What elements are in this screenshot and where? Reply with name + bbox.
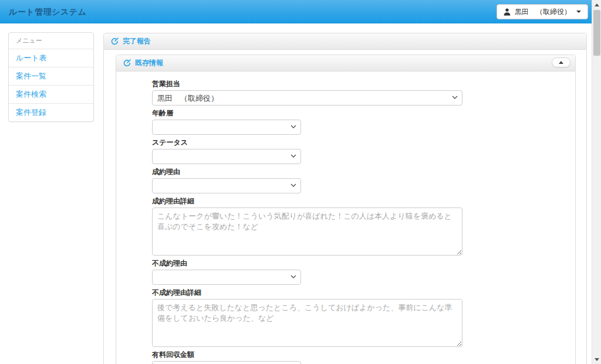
no-contract-reason-select[interactable] bbox=[152, 270, 301, 285]
form-group-paid-collection-amount: 有料回収金額 bbox=[152, 351, 462, 364]
field-label: 営業担当 bbox=[152, 80, 462, 88]
completion-report-panel: 完了報告 既存情報 bbox=[103, 33, 587, 364]
contract-reason-detail-textarea[interactable] bbox=[152, 207, 462, 256]
no-contract-reason-detail-textarea[interactable] bbox=[152, 299, 462, 347]
existing-info-body: 営業担当 黒田 （取締役） 年齢層 bbox=[116, 72, 575, 364]
panel-title: 既存情報 bbox=[135, 58, 163, 68]
form-group-age-range: 年齢層 bbox=[152, 110, 462, 135]
form-group-status: ステータス bbox=[152, 139, 462, 164]
sidebar-item-route-table[interactable]: ルート表 bbox=[9, 49, 93, 67]
sidebar-item-case-search[interactable]: 案件検索 bbox=[9, 86, 93, 104]
menu-header: メニュー bbox=[9, 33, 93, 49]
navbar: ルート管理システム 黒田 （取締役） bbox=[0, 0, 592, 23]
completion-report-body: 既存情報 営業担当 黒田 （取締役） bbox=[104, 50, 586, 364]
form-group-contract-reason: 成約理由 bbox=[152, 168, 462, 193]
edit-icon bbox=[123, 59, 131, 67]
field-label: ステータス bbox=[152, 139, 462, 147]
form-group-sales-rep: 営業担当 黒田 （取締役） bbox=[152, 80, 462, 106]
completion-report-form: 営業担当 黒田 （取締役） 年齢層 bbox=[152, 80, 462, 364]
sidebar-menu: メニュー ルート表 案件一覧 案件検索 案件登録 bbox=[8, 32, 94, 122]
sidebar-item-case-list[interactable]: 案件一覧 bbox=[9, 67, 93, 86]
field-label: 成約理由 bbox=[152, 168, 462, 176]
form-group-no-contract-reason: 不成約理由 bbox=[152, 260, 462, 285]
sidebar-item-case-register[interactable]: 案件登録 bbox=[9, 104, 93, 121]
age-range-select[interactable] bbox=[152, 120, 301, 135]
scroll-down-icon bbox=[595, 358, 599, 361]
panel-title: 完了報告 bbox=[123, 36, 151, 46]
paid-collection-amount-input[interactable] bbox=[152, 361, 301, 364]
scrollbar-down-button[interactable] bbox=[592, 355, 601, 364]
field-label: 不成約理由 bbox=[152, 260, 462, 267]
collapse-panel-button[interactable] bbox=[552, 57, 570, 67]
vertical-scrollbar[interactable] bbox=[592, 0, 601, 364]
caret-down-icon bbox=[576, 11, 581, 13]
scrollbar-thumb[interactable] bbox=[593, 10, 600, 56]
completion-report-header: 完了報告 bbox=[104, 33, 586, 50]
form-group-contract-reason-detail: 成約理由詳細 bbox=[152, 198, 462, 256]
status-select[interactable] bbox=[152, 149, 301, 164]
field-label: 有料回収金額 bbox=[152, 351, 462, 359]
main-content: 完了報告 既存情報 bbox=[103, 33, 587, 364]
contract-reason-select[interactable] bbox=[152, 178, 301, 193]
form-group-no-contract-reason-detail: 不成約理由詳細 bbox=[152, 289, 462, 347]
user-name-label: 黒田 （取締役） bbox=[515, 7, 571, 17]
existing-info-panel: 既存情報 営業担当 黒田 （取締役） bbox=[116, 55, 576, 364]
field-label: 成約理由詳細 bbox=[152, 198, 462, 205]
field-label: 年齢層 bbox=[152, 110, 462, 117]
scrollbar-up-button[interactable] bbox=[592, 0, 601, 9]
scroll-up-icon bbox=[595, 4, 599, 6]
existing-info-header: 既存情報 bbox=[116, 55, 575, 72]
user-menu-button[interactable]: 黒田 （取締役） bbox=[497, 4, 588, 19]
app-title: ルート管理システム bbox=[9, 7, 86, 18]
chevron-up-icon bbox=[559, 61, 563, 64]
edit-icon bbox=[111, 38, 119, 45]
field-label: 不成約理由詳細 bbox=[152, 289, 462, 297]
sales-rep-select[interactable]: 黒田 （取締役） bbox=[152, 90, 462, 106]
user-icon bbox=[504, 8, 511, 16]
